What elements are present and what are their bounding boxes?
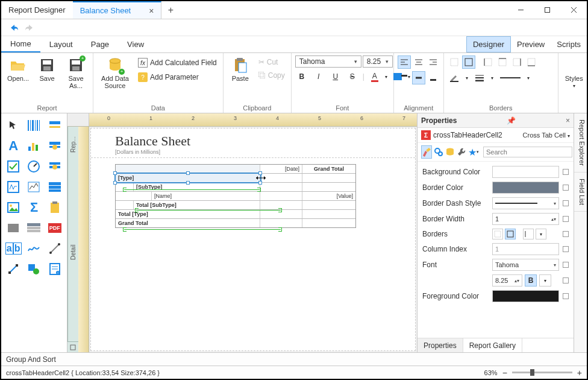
toc-tool[interactable]: i — [46, 261, 63, 277]
selected-header-cell[interactable]: [Type] — [116, 174, 260, 182]
save-button[interactable]: Save — [34, 55, 60, 83]
zoom-slider[interactable] — [512, 372, 572, 373]
border-right-button[interactable] — [510, 55, 524, 69]
border-none-button[interactable] — [448, 55, 461, 69]
font-more-btn[interactable]: ▾ — [539, 274, 551, 287]
borders-more-btn[interactable]: ▾ — [536, 229, 546, 239]
add-data-source-button[interactable]: +Add Data Source — [97, 55, 133, 90]
chart-tool[interactable] — [25, 138, 42, 154]
report-title[interactable]: Balance Sheet — [115, 133, 403, 149]
borders-all-btn[interactable] — [505, 229, 516, 239]
italic-button[interactable]: I — [312, 70, 325, 83]
align-center-button[interactable] — [412, 55, 425, 69]
font-size-select[interactable]: 8.25▾ — [363, 55, 393, 68]
mode-preview[interactable]: Preview — [511, 36, 551, 52]
pdf-tool[interactable]: PDF — [46, 220, 63, 236]
undo-button[interactable] — [8, 24, 19, 32]
subreport-tool[interactable] — [46, 158, 63, 175]
crossband-tool[interactable] — [5, 261, 22, 277]
selected-object-type[interactable]: Cross Tab Cell ▾ — [523, 131, 570, 139]
tab-properties[interactable]: Properties — [418, 338, 463, 352]
picture-tool[interactable] — [5, 199, 22, 216]
richtext-tool[interactable] — [5, 179, 22, 195]
crosstab-tool[interactable] — [46, 138, 63, 154]
border-bottom-button[interactable] — [525, 55, 538, 69]
strike-button[interactable]: S — [346, 70, 359, 83]
barcode-tool[interactable] — [25, 117, 42, 134]
side-tab-field-list[interactable]: Field List — [574, 173, 587, 212]
align-right-button[interactable] — [427, 55, 440, 69]
align-top-button[interactable] — [398, 71, 411, 84]
bold-button[interactable]: B — [295, 70, 308, 83]
save-as-button[interactable]: +Save As... — [63, 55, 89, 90]
zoom-in-button[interactable]: + — [577, 368, 582, 378]
pin-icon[interactable]: 📌 — [507, 116, 516, 125]
sigma-tool[interactable]: Σ — [25, 199, 42, 216]
styles-button[interactable]: Styles▾ — [562, 55, 586, 90]
side-tab-report-explorer[interactable]: Report Explorer — [574, 113, 587, 173]
clipboard-tool[interactable] — [46, 199, 63, 216]
panel-tool[interactable] — [5, 220, 22, 236]
border-all-button[interactable] — [462, 55, 475, 69]
report-header-band-label[interactable]: Rep... — [67, 127, 78, 163]
align-left-button[interactable] — [398, 55, 411, 69]
zoom-out-button[interactable]: − — [502, 368, 507, 378]
pivot-tool[interactable] — [46, 179, 63, 195]
search-input[interactable] — [483, 147, 572, 157]
border-color-button[interactable] — [448, 71, 461, 84]
sparkline-tool[interactable] — [25, 179, 42, 195]
redo-button[interactable] — [24, 24, 35, 32]
add-calculated-field-button[interactable]: fxAdd Calculated Field — [136, 57, 219, 69]
close-tab-icon[interactable]: × — [149, 6, 154, 16]
band-collapse-icon[interactable] — [67, 341, 78, 352]
line-tool[interactable] — [46, 240, 63, 257]
ribbon-tab-layout[interactable]: Layout — [40, 36, 82, 52]
ribbon-tab-page[interactable]: Page — [82, 36, 118, 52]
font-color-button[interactable]: A — [368, 70, 381, 83]
cut-button[interactable]: ✂Cut — [256, 57, 287, 68]
font-bold-toggle[interactable]: B — [525, 274, 537, 287]
favorites-icon[interactable]: ★▾ — [468, 145, 479, 159]
font-name-select[interactable]: Tahoma▾ — [295, 55, 361, 68]
ribbon-tab-view[interactable]: View — [118, 36, 153, 52]
tab-balance-sheet[interactable]: Balance Sheet × — [73, 1, 162, 19]
ribbon-tab-home[interactable]: Home — [1, 36, 40, 52]
mode-scripts[interactable]: Scripts — [551, 36, 587, 52]
gears-category-icon[interactable] — [434, 145, 443, 159]
detail-band-label[interactable]: Detail — [67, 163, 78, 341]
brush-category-icon[interactable] — [421, 145, 432, 159]
add-parameter-button[interactable]: ?Add Parameter — [136, 71, 219, 83]
underline-button[interactable]: U — [329, 70, 342, 83]
design-canvas[interactable]: 0 1 2 3 4 5 6 7 Rep... Detail — [67, 113, 417, 352]
copy-button[interactable]: ⿻Copy — [256, 70, 287, 81]
minimize-button[interactable] — [507, 1, 534, 19]
border-dash-value[interactable]: ▾ — [492, 197, 559, 209]
add-tab-button[interactable]: + — [161, 1, 180, 19]
report-subtitle[interactable]: [Dollars in Millions] — [115, 149, 403, 155]
table-tool[interactable] — [25, 220, 42, 236]
fg-color-value[interactable] — [492, 290, 559, 302]
wrench-category-icon[interactable] — [457, 145, 466, 159]
data-category-icon[interactable] — [445, 145, 455, 159]
signature-tool[interactable] — [25, 240, 42, 257]
character-comb-tool[interactable]: ab — [5, 240, 22, 257]
close-panel-icon[interactable]: × — [566, 116, 570, 125]
border-width-button[interactable] — [473, 71, 486, 84]
close-button[interactable] — [560, 1, 587, 19]
cross-tab-control[interactable]: [Date] Grand Total [Type] — [115, 164, 356, 228]
mode-designer[interactable]: Designer — [466, 36, 511, 52]
align-middle-button[interactable] — [412, 71, 425, 84]
border-color-value[interactable] — [492, 182, 559, 194]
align-bottom-button[interactable] — [427, 71, 440, 84]
border-style-button[interactable] — [498, 71, 522, 84]
font-size-value[interactable]: 8.25▴▾ — [492, 274, 522, 287]
tab-report-gallery[interactable]: Report Gallery — [463, 338, 522, 352]
group-sort-bar[interactable]: Group And Sort — [1, 352, 587, 366]
vertical-band-tool[interactable] — [46, 117, 63, 134]
bg-color-value[interactable] — [492, 166, 559, 178]
borders-none-btn[interactable] — [492, 229, 503, 239]
pointer-tool[interactable] — [5, 117, 22, 134]
gauge-tool[interactable] — [25, 158, 42, 175]
border-width-value[interactable]: 1▴▾ — [492, 213, 559, 225]
maximize-button[interactable] — [534, 1, 560, 19]
